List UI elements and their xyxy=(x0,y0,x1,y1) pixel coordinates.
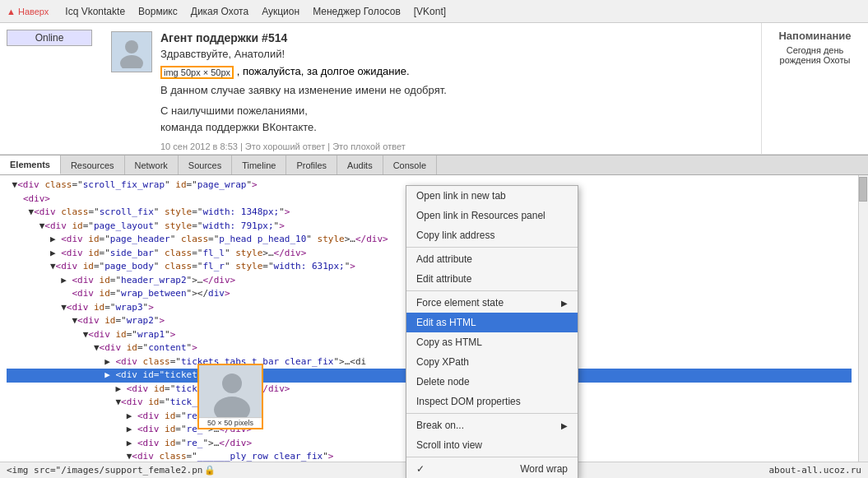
context-force-state-label: Force element state xyxy=(416,297,504,309)
image-tooltip-label: 50 × 50 pixels xyxy=(199,417,262,428)
chat-footer: 10 сен 2012 в 8:53 | Это хороший ответ |… xyxy=(160,142,447,151)
devtools-content: ▼<div class="scroll_fix_wrap" id="page_w… xyxy=(0,175,868,478)
context-scroll-into-view[interactable]: Scroll into view xyxy=(406,435,578,455)
chat-agent-title: Агент поддержки #514 xyxy=(160,31,447,44)
separator-3 xyxy=(406,413,578,414)
context-break-on-label: Break on... xyxy=(416,420,464,431)
image-tooltip: 50 × 50 pixels xyxy=(197,364,263,429)
top-navigation: ▲ Наверх Icq Vkontakte Вормикс Дикая Охо… xyxy=(0,0,868,23)
nav-link-manager[interactable]: Менеджер Голосов xyxy=(313,6,401,17)
lock-icon: 🔒 xyxy=(204,465,216,476)
context-copy-html[interactable]: Copy as HTML xyxy=(406,332,578,352)
context-open-resources[interactable]: Open link in Resources panel xyxy=(406,206,578,225)
chat-body-line4: команда поддержки ВКонтакте. xyxy=(160,119,447,136)
bottom-bar-text: <img src="/images/support_female2.pn xyxy=(7,465,202,476)
nav-link-icq[interactable]: Icq Vkontakte xyxy=(65,6,125,17)
nav-link-vormix[interactable]: Вормикс xyxy=(138,6,178,17)
context-edit-html[interactable]: Edit as HTML xyxy=(406,313,578,332)
context-edit-attribute[interactable]: Edit attribute xyxy=(406,269,578,289)
tab-audits[interactable]: Audits xyxy=(337,155,383,174)
tab-timeline[interactable]: Timeline xyxy=(232,155,286,174)
context-word-wrap-label: Word wrap xyxy=(520,463,568,475)
main-content: Online Агент поддержки #514 Здравствуйте… xyxy=(0,23,868,155)
chat-body-line1: img 50px × 50px , пожалуйста, за долгое … xyxy=(160,65,447,79)
reminder-extra: рождения Охоты xyxy=(768,55,861,65)
reminder-title: Напоминание xyxy=(768,30,861,42)
tooltip-image xyxy=(199,365,263,419)
status-bar-url: about-all.ucoz.ru xyxy=(768,465,861,476)
scrollbar-right[interactable] xyxy=(858,175,868,478)
context-copy-xpath[interactable]: Copy XPath xyxy=(406,352,578,372)
checkmark-icon: ✓ xyxy=(416,463,425,475)
tab-elements[interactable]: Elements xyxy=(0,155,61,174)
svg-point-0 xyxy=(125,40,138,53)
left-nav: Online xyxy=(0,23,99,154)
online-badge: Online xyxy=(7,30,92,46)
nav-links: Icq Vkontakte Вормикс Дикая Охота Аукцио… xyxy=(65,6,446,17)
right-panel: Напоминание Сегодня день рождения Охоты xyxy=(761,23,868,154)
nav-link-auction[interactable]: Аукцион xyxy=(262,6,299,17)
svg-point-1 xyxy=(120,55,143,68)
tab-sources[interactable]: Sources xyxy=(179,155,232,174)
nav-link-okhota[interactable]: Дикая Охота xyxy=(191,6,248,17)
submenu-arrow-2: ▶ xyxy=(561,421,568,430)
separator-4 xyxy=(406,457,578,457)
context-add-attribute[interactable]: Add attribute xyxy=(406,249,578,269)
context-delete-node[interactable]: Delete node xyxy=(406,372,578,392)
tab-resources[interactable]: Resources xyxy=(61,155,125,174)
separator-1 xyxy=(406,247,578,248)
img-label: img 50px × 50px xyxy=(160,66,234,79)
separator-2 xyxy=(406,290,578,291)
context-open-new-tab[interactable]: Open link in new tab xyxy=(406,186,578,206)
context-word-wrap[interactable]: ✓ Word wrap xyxy=(406,459,578,478)
chat-text-1: , пожалуйста, за долгое ожидание. xyxy=(237,65,410,77)
context-force-state[interactable]: Force element state ▶ xyxy=(406,293,578,313)
tab-network[interactable]: Network xyxy=(125,155,179,174)
back-button[interactable]: ▲ Наверх xyxy=(7,7,49,16)
devtools-panel: Elements Resources Network Sources Timel… xyxy=(0,155,868,478)
submenu-arrow: ▶ xyxy=(561,299,568,308)
context-inspect-dom[interactable]: Inspect DOM properties xyxy=(406,392,578,411)
devtools-tabs: Elements Resources Network Sources Timel… xyxy=(0,155,868,175)
tab-profiles[interactable]: Profiles xyxy=(286,155,337,174)
chat-greeting: Здравствуйте, Анатолий! xyxy=(160,48,447,60)
reminder-date: Сегодня день xyxy=(768,45,861,55)
avatar xyxy=(111,31,152,72)
context-break-on[interactable]: Break on... ▶ xyxy=(406,415,578,435)
chat-body-line2: В данном случае заявку на изменение имен… xyxy=(160,82,447,99)
scrollbar-thumb[interactable] xyxy=(859,177,867,202)
svg-point-3 xyxy=(222,374,242,393)
context-menu: Open link in new tab Open link in Resour… xyxy=(406,185,578,478)
chat-area: Агент поддержки #514 Здравствуйте, Анато… xyxy=(99,23,761,154)
tab-console[interactable]: Console xyxy=(383,155,437,174)
nav-link-vkont[interactable]: [VKont] xyxy=(414,6,446,17)
chat-body-line3: С наилучшими пожеланиями, xyxy=(160,103,447,119)
context-copy-link[interactable]: Copy link address xyxy=(406,225,578,245)
